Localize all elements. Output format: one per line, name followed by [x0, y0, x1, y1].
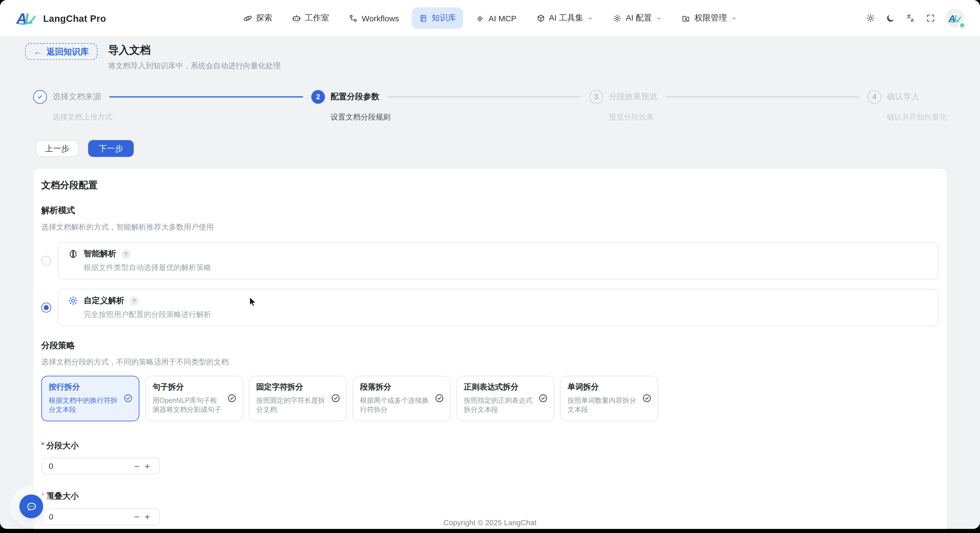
svg-text:L: L	[25, 10, 33, 27]
book-icon	[418, 13, 428, 23]
nav-item-explore[interactable]: 探索	[236, 8, 279, 29]
nav-item-ai-tools[interactable]: AI 工具集	[529, 8, 600, 29]
back-to-knowledge-base-button[interactable]: ← 返回知识库	[25, 43, 98, 60]
strategy-desc: 选择文档分段的方式，不同的策略适用于不同类型的文档	[41, 357, 939, 368]
fullscreen-button[interactable]	[926, 13, 935, 23]
help-icon[interactable]: ?	[129, 296, 139, 305]
workflow-icon	[349, 13, 358, 23]
cube-icon	[536, 13, 545, 23]
dark-mode-button[interactable]	[886, 13, 896, 23]
chat-fab-button[interactable]	[19, 495, 43, 518]
parse-mode-desc: 选择文档解析的方式，智能解析推荐大多数用户使用	[41, 222, 939, 232]
chevron-down-icon	[731, 15, 737, 21]
next-step-button[interactable]: 下一步	[88, 140, 134, 157]
check-circle-icon	[538, 393, 548, 404]
brand-logo: A L LangChat Pro	[16, 9, 106, 27]
custom-parse-box[interactable]: 自定义解析 ? 完全按照用户配置的分段策略进行解析	[57, 289, 939, 326]
gear-icon	[613, 13, 622, 23]
nav-item-knowledge-base[interactable]: 知识库	[412, 8, 463, 29]
gear-icon	[865, 13, 876, 23]
check-circle-icon	[331, 393, 340, 404]
langchat-logo-icon: A L	[16, 9, 37, 27]
segment-config-card: 文档分段配置 解析模式 选择文档解析的方式，智能解析推荐大多数用户使用 智能解析…	[33, 169, 947, 529]
top-navbar: A L LangChat Pro 探索 工作室 Workflows 知识库 AI…	[0, 0, 980, 37]
radio-smart-parse[interactable]	[41, 256, 51, 266]
copyright-footer: Copyright © 2025 LangChat	[0, 518, 980, 527]
user-avatar[interactable]: A L	[946, 9, 965, 27]
step-1-indicator	[33, 90, 47, 104]
required-asterisk: *	[41, 491, 45, 500]
step-4-indicator: 4	[867, 90, 881, 104]
strategy-options: 按行拆分 根据文档中的换行符拆分文本段 句子拆分 用OpenNLP库句子检测器将…	[41, 376, 939, 421]
avatar-logo-icon: A L	[948, 12, 962, 24]
check-circle-icon	[123, 393, 133, 404]
brand-name: LangChat Pro	[43, 13, 106, 24]
step-preview: 3 分段效果预览 预览分段效果	[589, 90, 867, 123]
nav-item-permissions[interactable]: 权限管理	[675, 8, 744, 29]
step-connector	[110, 96, 303, 98]
wizard-actions: 上一步 下一步	[36, 140, 944, 157]
step-configure-params: 2 配置分段参数 设置文档分段规则	[311, 90, 589, 123]
nav-item-studio[interactable]: 工作室	[285, 8, 336, 29]
import-stepper: 选择文档来源 选择文档上传方式 2 配置分段参数 设置文档分段规则 3 分段效果…	[33, 90, 947, 123]
orbit-icon	[243, 13, 252, 23]
strategy-heading: 分段策略	[41, 340, 939, 352]
online-status-dot	[959, 22, 966, 29]
settings-button[interactable]	[865, 13, 876, 23]
check-circle-icon	[227, 393, 237, 404]
page-header: ← 返回知识库 导入文档 将文档导入到知识库中，系统会自动进行向量化处理	[25, 43, 955, 71]
previous-step-button[interactable]: 上一步	[36, 140, 79, 157]
translate-icon	[905, 13, 916, 23]
strategy-card-by-line[interactable]: 按行拆分 根据文档中的换行符拆分文本段	[41, 376, 139, 421]
gear-icon	[67, 295, 79, 306]
navbar-actions: A L	[865, 9, 964, 27]
back-arrow-icon: ←	[34, 47, 42, 56]
nav-item-ai-mcp[interactable]: AI MCP	[468, 8, 523, 28]
chevron-down-icon	[656, 15, 662, 21]
step-select-source: 选择文档来源 选择文档上传方式	[33, 90, 311, 123]
layers-icon	[476, 13, 485, 23]
help-icon[interactable]: ?	[121, 249, 131, 259]
step-confirm-import: 4 确认导入 确认并开始向量化	[867, 90, 947, 123]
main-nav: 探索 工作室 Workflows 知识库 AI MCP AI 工具集 AI 配置…	[236, 0, 744, 36]
parse-mode-heading: 解析模式	[41, 205, 939, 216]
strategy-card-regex[interactable]: 正则表达式拆分 按照指定的正则表达式拆分文本段	[456, 376, 554, 421]
strategy-card-by-word[interactable]: 单词拆分 按照单词数量内容拆分文本段	[560, 376, 658, 421]
moon-icon	[886, 13, 896, 23]
chevron-down-icon	[588, 15, 593, 21]
svg-text:L: L	[954, 13, 960, 24]
segment-size-field: * 分段大小 0 − +	[41, 440, 939, 474]
page-subtitle: 将文档导入到知识库中，系统会自动进行向量化处理	[108, 61, 281, 71]
strategy-card-by-sentence[interactable]: 句子拆分 用OpenNLP库句子检测器将文档分割成句子	[145, 376, 243, 421]
check-circle-icon	[434, 393, 444, 404]
brain-icon	[67, 248, 79, 259]
radio-custom-parse[interactable]	[41, 303, 51, 313]
fullscreen-icon	[926, 13, 935, 23]
nav-item-workflows[interactable]: Workflows	[342, 8, 406, 28]
step-3-indicator: 3	[589, 90, 603, 104]
required-asterisk: *	[41, 440, 45, 449]
step-connector	[665, 96, 859, 98]
strategy-card-by-paragraph[interactable]: 段落拆分 根据两个或多个连续换行符拆分	[352, 376, 451, 421]
robot-icon	[292, 13, 301, 23]
check-icon	[36, 92, 44, 101]
increment-button[interactable]: +	[142, 461, 153, 471]
strategy-card-fixed-chars[interactable]: 固定字符拆分 按照固定的字符长度拆分文档	[249, 376, 347, 421]
check-circle-icon	[642, 393, 652, 404]
page-title: 导入文档	[108, 43, 281, 57]
language-button[interactable]	[905, 13, 916, 23]
nav-item-ai-config[interactable]: AI 配置	[606, 8, 669, 29]
smart-parse-box[interactable]: 智能解析 ? 根据文件类型自动选择最优的解析策略	[57, 242, 939, 280]
chat-bubble-icon	[25, 500, 37, 512]
decrement-button[interactable]: −	[132, 461, 142, 471]
folder-key-icon	[681, 13, 691, 23]
parse-option-custom: 自定义解析 ? 完全按照用户配置的分段策略进行解析	[41, 289, 939, 326]
parse-option-smart: 智能解析 ? 根据文件类型自动选择最优的解析策略	[41, 242, 939, 280]
card-title: 文档分段配置	[41, 179, 939, 191]
step-2-indicator: 2	[311, 90, 325, 104]
segment-size-input[interactable]: 0 − +	[41, 457, 160, 474]
step-connector	[388, 96, 581, 98]
app-window: A L LangChat Pro 探索 工作室 Workflows 知识库 AI…	[0, 0, 980, 529]
